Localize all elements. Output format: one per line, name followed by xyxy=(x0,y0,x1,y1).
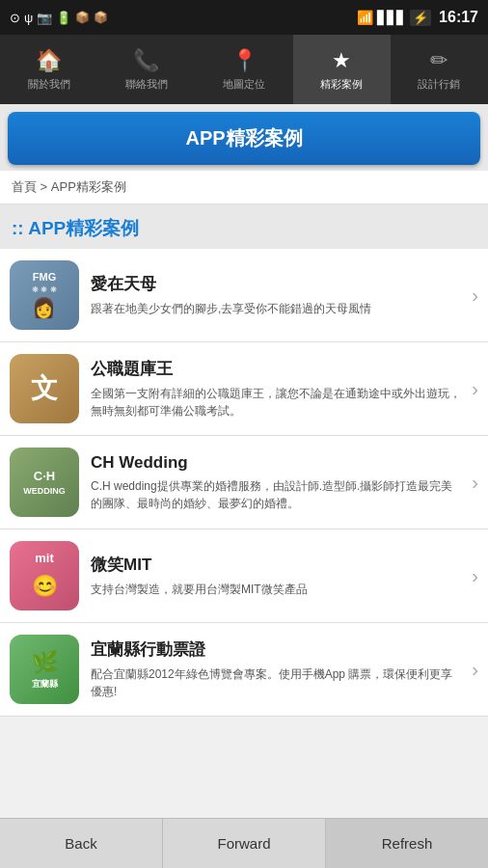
breadcrumb-text: 首頁 > APP精彩案例 xyxy=(12,179,126,194)
tab-map-label: 地圖定位 xyxy=(223,77,265,92)
tab-design[interactable]: ✏ 設計行銷 xyxy=(391,35,488,104)
status-wifi: 📶 xyxy=(357,10,373,25)
tab-about-label: 關於我們 xyxy=(28,77,70,92)
tab-design-label: 設計行銷 xyxy=(418,77,460,92)
chevron-right-icon-1: › xyxy=(472,285,478,307)
section-title-text: :: APP精彩案例 xyxy=(12,218,139,238)
nav-tabs: 🏠 關於我們 📞 聯絡我們 📍 地圖定位 ★ 精彩案例 ✏ 設計行銷 xyxy=(0,35,488,104)
list-item[interactable]: C·H WEDDING CH Wedding C.H wedding提供專業的婚… xyxy=(0,436,488,529)
status-icon-pkg2: 📦 xyxy=(94,11,108,24)
app-text-2: 公職題庫王 全國第一支附有詳細的公職題庫王，讓您不論是在通勤途中或外出遊玩，無時… xyxy=(91,358,464,420)
app-desc-1: 跟著在地美少女們的腳步,去享受你不能錯過的天母風情 xyxy=(91,300,464,317)
status-icon-sun: ⊙ xyxy=(10,11,20,25)
tab-map[interactable]: 📍 地圖定位 xyxy=(195,35,292,104)
app-title-1: 愛在天母 xyxy=(91,273,464,295)
status-icon-camera: 📷 xyxy=(37,11,52,25)
map-icon: 📍 xyxy=(231,48,258,73)
content-area[interactable]: FMG ❋ ❋ ❋ 👩 愛在天母 跟著在地美少女們的腳步,去享受你不能錯過的天母… xyxy=(0,249,488,827)
app-title-4: 微笑MIT xyxy=(91,554,464,576)
app-title-5: 宜蘭縣行動票證 xyxy=(91,638,464,661)
list-item[interactable]: 文 公職題庫王 全國第一支附有詳細的公職題庫王，讓您不論是在通勤途中或外出遊玩，… xyxy=(0,342,488,436)
status-icon-battery2: 🔋 xyxy=(56,11,71,25)
tab-about[interactable]: 🏠 關於我們 xyxy=(0,35,97,104)
status-bar: ⊙ ψ 📷 🔋 📦 📦 📶 ▋▋▋ ⚡ 16:17 xyxy=(0,0,488,35)
tab-contact-label: 聯絡我們 xyxy=(125,77,168,92)
app-desc-4: 支持台灣製造，就要用台灣製MIT微笑產品 xyxy=(91,581,464,598)
tab-cases[interactable]: ★ 精彩案例 xyxy=(293,35,391,104)
tab-cases-label: 精彩案例 xyxy=(320,77,363,92)
app-thumb-2: 文 xyxy=(10,354,79,423)
app-desc-2: 全國第一支附有詳細的公職題庫王，讓您不論是在通勤途中或外出遊玩，無時無刻都可準備… xyxy=(91,385,464,420)
list-item[interactable]: FMG ❋ ❋ ❋ 👩 愛在天母 跟著在地美少女們的腳步,去享受你不能錯過的天母… xyxy=(0,249,488,342)
app-text-3: CH Wedding C.H wedding提供專業的婚禮服務，由設計師.造型師… xyxy=(91,453,464,512)
app-title-3: CH Wedding xyxy=(91,453,464,473)
app-thumb-5: 🌿 宜蘭縣 xyxy=(10,635,79,704)
tab-contact[interactable]: 📞 聯絡我們 xyxy=(97,35,195,104)
chevron-right-icon-5: › xyxy=(472,659,478,681)
home-icon: 🏠 xyxy=(36,48,62,73)
status-right: 📶 ▋▋▋ ⚡ 16:17 xyxy=(357,9,478,26)
app-thumb-3: C·H WEDDING xyxy=(10,448,79,517)
chevron-right-icon-2: › xyxy=(472,378,478,400)
chevron-right-icon-3: › xyxy=(472,472,478,494)
status-left-icons: ⊙ ψ 📷 🔋 📦 📦 xyxy=(10,11,108,25)
app-title-2: 公職題庫王 xyxy=(91,358,464,380)
forward-button[interactable]: Forward xyxy=(163,819,326,868)
app-desc-5: 配合宜蘭縣2012年綠色博覽會專案。使用手機App 購票，環保便利更享優惠! xyxy=(91,665,464,700)
status-signal: ▋▋▋ xyxy=(377,11,406,25)
app-text-5: 宜蘭縣行動票證 配合宜蘭縣2012年綠色博覽會專案。使用手機App 購票，環保便… xyxy=(91,638,464,700)
header-banner: APP精彩案例 xyxy=(8,112,480,165)
back-button[interactable]: Back xyxy=(0,819,163,868)
header-title: APP精彩案例 xyxy=(185,127,302,149)
list-item[interactable]: mit 😊 微笑MIT 支持台灣製造，就要用台灣製MIT微笑產品 › xyxy=(0,529,488,623)
app-thumb-4: mit 😊 xyxy=(10,541,79,610)
status-battery: ⚡ xyxy=(410,10,431,26)
app-desc-3: C.H wedding提供專業的婚禮服務，由設計師.造型師.攝影師打造最完美的團… xyxy=(91,477,464,512)
status-icon-usb: ψ xyxy=(24,11,33,25)
bottom-nav: Back Forward Refresh xyxy=(0,818,488,868)
refresh-button[interactable]: Refresh xyxy=(326,819,488,868)
section-title: :: APP精彩案例 xyxy=(0,204,488,249)
app-thumb-1: FMG ❋ ❋ ❋ 👩 xyxy=(10,260,79,330)
star-icon: ★ xyxy=(332,48,351,73)
breadcrumb: 首頁 > APP精彩案例 xyxy=(0,171,488,204)
status-time: 16:17 xyxy=(439,9,478,26)
phone-icon: 📞 xyxy=(133,48,159,73)
chevron-right-icon-4: › xyxy=(472,565,478,587)
status-icon-pkg1: 📦 xyxy=(75,11,90,24)
app-text-4: 微笑MIT 支持台灣製造，就要用台灣製MIT微笑產品 xyxy=(91,554,464,598)
list-item[interactable]: 🌿 宜蘭縣 宜蘭縣行動票證 配合宜蘭縣2012年綠色博覽會專案。使用手機App … xyxy=(0,623,488,717)
app-text-1: 愛在天母 跟著在地美少女們的腳步,去享受你不能錯過的天母風情 xyxy=(91,273,464,317)
pencil-icon: ✏ xyxy=(430,48,447,73)
